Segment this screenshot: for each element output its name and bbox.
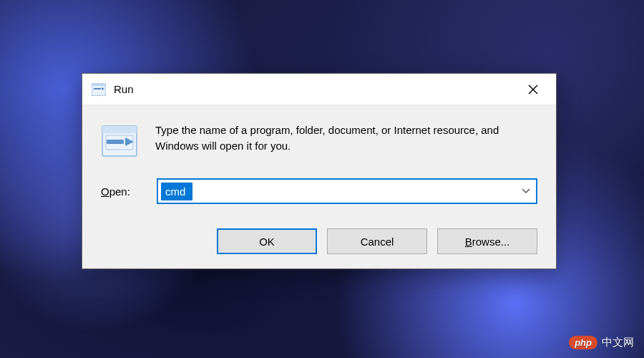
run-icon bbox=[91, 82, 107, 97]
dialog-title: Run bbox=[114, 83, 134, 95]
dialog-body: Type the name of a program, folder, docu… bbox=[82, 105, 556, 217]
open-input[interactable]: cmd bbox=[161, 183, 192, 200]
cancel-button-label: Cancel bbox=[361, 236, 394, 248]
run-icon-large bbox=[101, 122, 138, 160]
dialog-description: Type the name of a program, folder, docu… bbox=[155, 122, 527, 154]
browse-button[interactable]: Browse... bbox=[437, 228, 537, 254]
chevron-down-icon[interactable] bbox=[516, 186, 536, 196]
svg-rect-6 bbox=[102, 126, 137, 133]
ok-button-label: OK bbox=[259, 236, 275, 248]
svg-rect-1 bbox=[92, 83, 106, 86]
run-dialog: Run Type the name of a program, folder, … bbox=[82, 73, 557, 269]
titlebar: Run bbox=[82, 74, 556, 105]
button-strip: OK Cancel Browse... bbox=[82, 217, 556, 268]
svg-rect-2 bbox=[94, 88, 101, 90]
cancel-button[interactable]: Cancel bbox=[327, 228, 427, 254]
close-button[interactable] bbox=[516, 74, 550, 105]
open-label: Open: bbox=[101, 185, 144, 198]
ok-button[interactable]: OK bbox=[217, 228, 317, 254]
watermark-badge: php bbox=[569, 336, 597, 349]
svg-rect-7 bbox=[107, 140, 124, 144]
watermark-text: 中文网 bbox=[602, 336, 634, 349]
watermark: php 中文网 bbox=[569, 336, 634, 349]
close-icon bbox=[528, 84, 538, 95]
browse-button-label: Browse... bbox=[465, 236, 510, 248]
open-combobox[interactable]: cmd bbox=[157, 178, 537, 204]
